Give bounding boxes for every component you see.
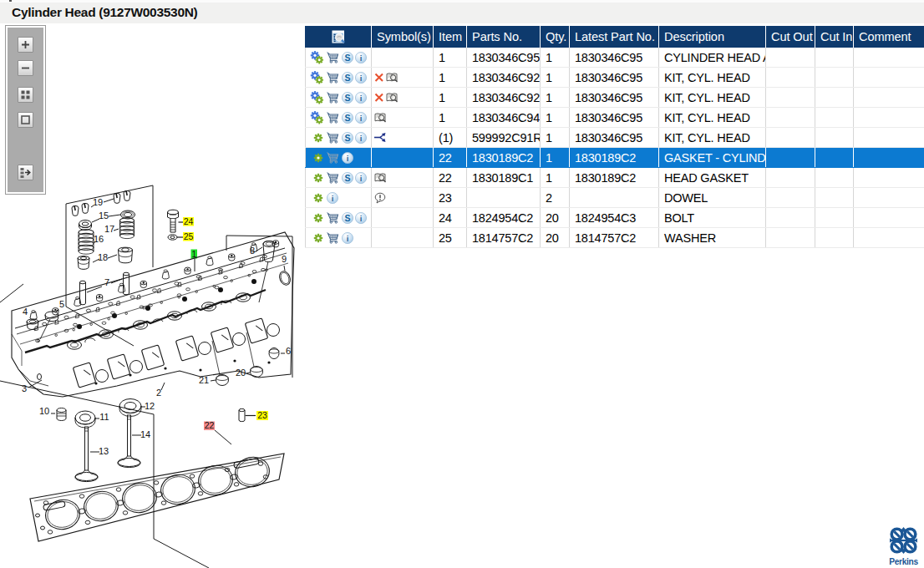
svg-text:14: 14 [140,429,150,439]
svg-text:2: 2 [156,388,161,398]
svg-text:15: 15 [99,210,109,221]
svg-text:3: 3 [22,383,27,393]
svg-text:S: S [345,73,351,83]
svg-text:Perkins: Perkins [889,557,918,566]
svg-text:i: i [360,113,362,122]
svg-text:6: 6 [286,346,291,356]
svg-text:24: 24 [184,216,194,226]
svg-text:i: i [347,233,348,242]
svg-text:S: S [345,133,351,143]
svg-text:i: i [360,53,362,62]
svg-text:19: 19 [93,197,103,207]
svg-text:S: S [345,53,351,63]
svg-text:5: 5 [59,299,64,309]
svg-text:1: 1 [192,250,197,259]
svg-text:S: S [345,93,351,103]
svg-text:12: 12 [145,401,155,411]
svg-text:10: 10 [39,406,49,416]
svg-text:S: S [345,213,351,223]
svg-text:13: 13 [99,446,109,456]
svg-text:i: i [360,93,362,102]
svg-text:20: 20 [236,368,246,378]
svg-text:17: 17 [104,224,114,234]
svg-text:23: 23 [257,410,267,420]
svg-text:i: i [332,193,333,202]
svg-text:18: 18 [98,252,108,262]
svg-text:22: 22 [205,420,215,430]
svg-text:i: i [360,133,362,142]
svg-text:4: 4 [23,307,28,317]
svg-text:7: 7 [104,277,109,287]
svg-text:9: 9 [282,254,287,264]
svg-text:i: i [347,153,348,162]
svg-text:25: 25 [184,231,194,241]
svg-text:i: i [360,213,362,222]
svg-text:i: i [360,173,362,182]
svg-text:S: S [345,113,351,123]
svg-text:11: 11 [99,412,109,422]
svg-text:21: 21 [199,375,209,385]
svg-text:S: S [345,173,351,183]
svg-text:i: i [360,73,362,82]
